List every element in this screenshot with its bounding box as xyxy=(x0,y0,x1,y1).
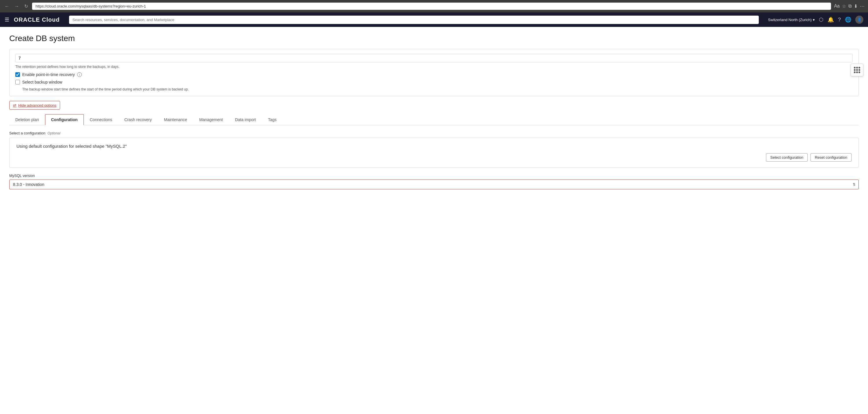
browser-actions: Aa ☆ ⧉ ⬇ ⋯ xyxy=(834,3,865,9)
download-icon[interactable]: ⬇ xyxy=(854,3,858,9)
hide-advanced-options-button[interactable]: ⇄ Hide advanced options xyxy=(9,101,60,110)
point-in-time-info-icon[interactable]: i xyxy=(77,72,82,77)
point-in-time-row: Enable point-in-time recovery i xyxy=(15,72,853,77)
refresh-button[interactable]: ↻ xyxy=(23,2,29,10)
oci-nav: ☰ ORACLE Cloud Switzerland North (Zurich… xyxy=(0,12,868,27)
select-config-field-label: Select a configuration Optional xyxy=(9,131,859,135)
tab-deletion-plan[interactable]: Deletion plan xyxy=(9,114,45,125)
browser-chrome: ← → ↻ Aa ☆ ⧉ ⬇ ⋯ xyxy=(0,0,868,12)
config-description-text: Using default configuration for selected… xyxy=(17,144,851,149)
backup-window-description: The backup window start time defines the… xyxy=(22,87,853,91)
mysql-version-section: MySQL version 8.3.0 - Innovation 8.0.36 … xyxy=(9,174,859,189)
help-widget-grid xyxy=(854,67,860,73)
backup-window-label: Select backup window xyxy=(22,80,62,84)
user-avatar[interactable]: 👤 xyxy=(855,16,863,24)
help-widget[interactable] xyxy=(851,64,863,76)
mysql-version-label: MySQL version xyxy=(9,174,859,178)
forward-button[interactable]: → xyxy=(13,3,20,10)
config-box-actions: Select configuration Reset configuration xyxy=(17,153,851,161)
configuration-box: Using default configuration for selected… xyxy=(9,138,859,168)
retention-hint: The retention period defines how long to… xyxy=(15,65,853,69)
main-content: Create DB system The retention period de… xyxy=(0,27,868,414)
region-chevron-icon: ▾ xyxy=(813,18,815,22)
aa-icon[interactable]: Aa xyxy=(834,3,840,9)
tab-tags[interactable]: Tags xyxy=(262,114,283,125)
global-search-input[interactable] xyxy=(69,16,759,24)
reset-configuration-button[interactable]: Reset configuration xyxy=(810,153,851,161)
optional-label: Optional xyxy=(48,131,60,135)
extensions-icon[interactable]: ⋯ xyxy=(860,3,865,9)
tab-maintenance[interactable]: Maintenance xyxy=(158,114,193,125)
sliders-icon: ⇄ xyxy=(13,103,17,108)
select-configuration-button[interactable]: Select configuration xyxy=(766,153,808,161)
oci-logo: ORACLE Cloud xyxy=(14,17,60,23)
help-icon[interactable]: ? xyxy=(838,17,841,23)
hamburger-menu[interactable]: ☰ xyxy=(5,17,9,23)
tabs-container: Deletion plan Configuration Connections … xyxy=(9,114,859,125)
tab-management[interactable]: Management xyxy=(193,114,229,125)
configuration-content: Select a configuration Optional Using de… xyxy=(9,131,859,189)
backup-window-row: Select backup window xyxy=(15,80,853,84)
notifications-icon[interactable]: 🔔 xyxy=(828,17,834,23)
point-in-time-checkbox[interactable] xyxy=(15,72,20,77)
retention-section: The retention period defines how long to… xyxy=(9,49,859,96)
bookmark-icon[interactable]: ☆ xyxy=(842,3,846,9)
tab-connections[interactable]: Connections xyxy=(84,114,119,125)
tab-configuration[interactable]: Configuration xyxy=(45,114,84,125)
nav-right: Switzerland North (Zurich) ▾ ⬡ 🔔 ? 🌐 👤 xyxy=(768,16,863,24)
region-selector[interactable]: Switzerland North (Zurich) ▾ xyxy=(768,18,815,22)
retention-input[interactable] xyxy=(15,54,853,62)
cloud-shell-icon[interactable]: ⬡ xyxy=(819,17,824,23)
mysql-version-select-wrapper: 8.3.0 - Innovation 8.0.36 8.0.35 8.0.34 … xyxy=(9,180,859,189)
advanced-options-row: ⇄ Hide advanced options xyxy=(9,101,859,110)
page-title: Create DB system xyxy=(9,34,859,43)
tab-crash-recovery[interactable]: Crash recovery xyxy=(118,114,158,125)
point-in-time-label: Enable point-in-time recovery xyxy=(22,72,75,77)
tab-data-import[interactable]: Data import xyxy=(229,114,262,125)
mysql-version-select[interactable]: 8.3.0 - Innovation 8.0.36 8.0.35 8.0.34 xyxy=(9,180,859,189)
back-button[interactable]: ← xyxy=(3,3,10,10)
address-bar[interactable] xyxy=(32,3,831,10)
globe-icon[interactable]: 🌐 xyxy=(845,17,851,23)
backup-window-checkbox[interactable] xyxy=(15,80,20,84)
advanced-options-label: Hide advanced options xyxy=(18,103,56,108)
region-label: Switzerland North (Zurich) xyxy=(768,18,812,22)
split-view-icon[interactable]: ⧉ xyxy=(848,3,851,9)
